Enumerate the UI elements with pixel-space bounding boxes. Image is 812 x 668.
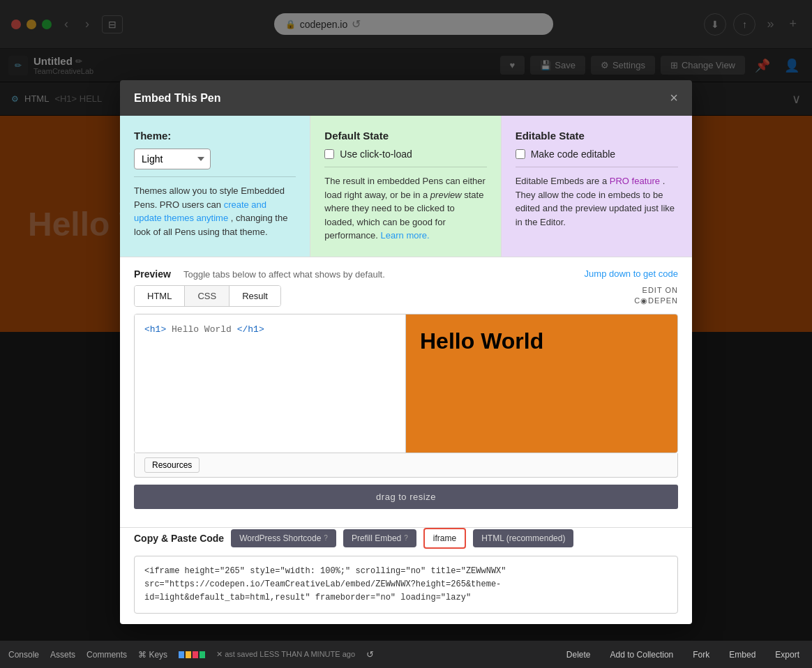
refresh-status-button[interactable]: ↺ [366, 649, 374, 660]
delete-button[interactable]: Delete [562, 648, 595, 661]
comments-button[interactable]: Comments [87, 650, 127, 660]
code-line-3: id=light&default_tab=html,result" frameb… [144, 593, 471, 602]
code-line-2: src="https://codepen.io/TeamCreativeLab/… [144, 579, 501, 589]
embed-button[interactable]: Embed [725, 648, 760, 661]
html-content: Hello World [172, 324, 232, 335]
copy-paste-header: Copy & Paste Code WordPress Shortcode ? … [134, 528, 678, 549]
color-tiles [179, 651, 205, 658]
modal-overlay: Embed This Pen × Theme: Light Themes all… [0, 0, 812, 668]
theme-section: Theme: Light Themes allow you to style E… [120, 116, 310, 257]
preview-tab-group: Preview Toggle tabs below to affect what… [134, 268, 678, 280]
result-panel: Hello World [406, 314, 677, 453]
preview-hint: Toggle tabs below to affect what shows b… [183, 269, 385, 280]
result-hello-world: Hello World [420, 328, 543, 354]
html-recommended-button[interactable]: HTML (recommended) [473, 529, 573, 547]
tile-blue [179, 651, 184, 658]
code-line-1: <iframe height="265" style="width: 100%;… [144, 566, 506, 576]
html-tag-close: </h1> [237, 324, 264, 335]
add-to-collection-button[interactable]: Add to Collection [606, 648, 678, 661]
preview-section: Preview Toggle tabs below to affect what… [120, 257, 692, 528]
html-tag-open: <h1> [144, 324, 166, 335]
default-state-label: Default State [324, 130, 486, 142]
copy-paste-label: Copy & Paste Code [134, 533, 224, 544]
editable-state-section: Editable State Make code editable Editab… [502, 116, 692, 257]
wordpress-shortcode-button[interactable]: WordPress Shortcode ? [231, 529, 336, 547]
default-state-description: The result in embedded Pens can either l… [324, 174, 486, 243]
click-to-load-checkbox[interactable] [324, 149, 334, 159]
bottom-bar: Console Assets Comments ⌘ Keys ✕ ast sav… [0, 640, 812, 668]
assets-button[interactable]: Assets [50, 650, 75, 660]
editable-state-label: Editable State [516, 130, 678, 142]
learn-more-link[interactable]: Learn more. [381, 230, 430, 241]
css-tab[interactable]: CSS [185, 286, 230, 306]
click-to-load-label: Use click-to-load [340, 149, 412, 160]
modal-title: Embed This Pen [134, 92, 220, 105]
resources-bar: Resources [134, 453, 678, 478]
drag-resize-handle[interactable]: drag to resize [134, 485, 678, 509]
theme-label: Theme: [134, 130, 296, 142]
result-tab[interactable]: Result [230, 286, 280, 306]
make-editable-row: Make code editable [516, 149, 678, 160]
editable-state-description: Editable Embeds are a PRO feature . They… [516, 174, 678, 229]
export-button[interactable]: Export [771, 648, 804, 661]
fork-button[interactable]: Fork [689, 648, 714, 661]
modal-top-sections: Theme: Light Themes allow you to style E… [120, 116, 692, 257]
click-to-load-row: Use click-to-load [324, 149, 486, 160]
edit-on-codepen: EDIT ON C◉DEPEN [634, 285, 678, 307]
make-editable-label: Make code editable [531, 149, 615, 160]
wordpress-help-icon[interactable]: ? [324, 534, 328, 542]
default-state-section: Default State Use click-to-load The resu… [310, 116, 501, 257]
preview-label: Preview [134, 268, 171, 280]
tile-green [200, 651, 205, 658]
preview-tab-bar: HTML CSS Result [134, 285, 281, 307]
code-output[interactable]: <iframe height="265" style="width: 100%;… [134, 556, 678, 614]
iframe-button[interactable]: iframe [423, 528, 466, 549]
modal-close-button[interactable]: × [670, 90, 678, 106]
pro-feature-link[interactable]: PRO feature [610, 176, 660, 186]
save-status: ✕ ast saved LESS THAN A MINUTE ago [216, 650, 355, 659]
jump-down-link[interactable]: Jump down to get code [585, 268, 678, 279]
tile-yellow [186, 651, 191, 658]
make-editable-checkbox[interactable] [516, 149, 525, 159]
theme-description: Themes allow you to style Embedded Pens.… [134, 184, 296, 238]
keys-button[interactable]: ⌘ Keys [138, 650, 167, 660]
html-tab[interactable]: HTML [135, 286, 185, 306]
tile-red [193, 651, 198, 658]
modal-header: Embed This Pen × [120, 80, 692, 116]
prefill-embed-button[interactable]: Prefill Embed ? [343, 529, 416, 547]
prefill-help-icon[interactable]: ? [404, 534, 408, 542]
embed-modal: Embed This Pen × Theme: Light Themes all… [120, 80, 692, 624]
code-preview-wrapper: <h1> Hello World </h1> Hello World [134, 314, 678, 453]
console-button[interactable]: Console [8, 650, 39, 660]
code-panel: <h1> Hello World </h1> [135, 314, 406, 453]
resources-button[interactable]: Resources [144, 457, 200, 473]
copy-paste-section: Copy & Paste Code WordPress Shortcode ? … [120, 528, 692, 625]
theme-select[interactable]: Light [134, 149, 211, 169]
